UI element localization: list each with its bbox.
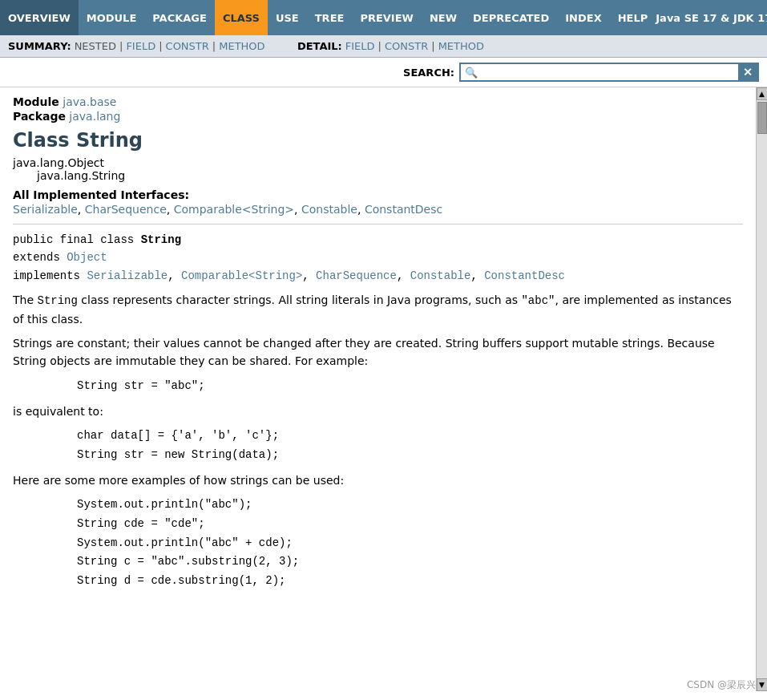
detail-field-link[interactable]: FIELD [345, 40, 375, 52]
search-label: SEARCH: [403, 67, 454, 79]
scroll-up-arrow[interactable]: ▲ [757, 87, 768, 100]
is-equivalent: is equivalent to: [13, 403, 743, 420]
summary-label: SUMMARY: [8, 40, 71, 52]
nav-link-module[interactable]: MODULE [79, 0, 145, 35]
search-bar: SEARCH: 🔍 ✕ [0, 58, 767, 87]
search-input-wrapper: 🔍 ✕ [459, 63, 759, 82]
nav-link-tree[interactable]: TREE [307, 0, 353, 35]
nav-link-help[interactable]: HELP [610, 0, 656, 35]
detail-method-link[interactable]: METHOD [438, 40, 484, 52]
class-title: Class String [13, 129, 743, 152]
decl-extends: extends [13, 251, 67, 264]
interface-link-0[interactable]: Serializable [13, 203, 78, 216]
detail-constr-link[interactable]: CONSTR [385, 40, 428, 52]
search-input[interactable] [482, 65, 738, 80]
description-3: Here are some more examples of how strin… [13, 471, 743, 489]
module-link[interactable]: java.base [63, 95, 116, 108]
interfaces-list: Serializable, CharSequence, Comparable<S… [13, 203, 743, 216]
module-label: Module [13, 95, 59, 108]
class-declaration: public final class String extends Object… [13, 231, 743, 285]
inheritance-tree: java.lang.Object java.lang.String [13, 156, 743, 182]
code-example-1: String str = "abc"; [77, 377, 743, 396]
summary-nested: NESTED [75, 40, 116, 52]
summary-method-link[interactable]: METHOD [219, 40, 264, 52]
code-example-3: System.out.println("abc"); String cde = … [77, 496, 743, 591]
interface-link-1[interactable]: CharSequence [85, 203, 167, 216]
decl-implements: implements [13, 269, 87, 282]
decl-extends-link[interactable]: Object [67, 251, 107, 264]
top-nav: OVERVIEWMODULEPACKAGECLASSUSETREEPREVIEW… [0, 0, 767, 35]
code-example-2: char data[] = {'a', 'b', 'c'}; String st… [77, 427, 743, 465]
implements-list: Serializable, Comparable<String>, CharSe… [87, 269, 565, 282]
scroll-down-arrow[interactable]: ▼ [757, 678, 768, 691]
interface-link-3[interactable]: Constable [301, 203, 357, 216]
content-wrapper: Module java.base Package java.lang Class… [0, 87, 767, 691]
inheritance-root: java.lang.Object [13, 156, 743, 169]
nav-link-preview[interactable]: PREVIEW [352, 0, 422, 35]
nav-link-class[interactable]: CLASS [215, 0, 268, 35]
inheritance-child: java.lang.String [37, 169, 743, 182]
inheritance-root-link[interactable]: java.lang.Object [13, 156, 104, 169]
module-line: Module java.base [13, 95, 743, 108]
nav-link-package[interactable]: PACKAGE [144, 0, 215, 35]
interface-link-4[interactable]: ConstantDesc [365, 203, 442, 216]
nav-link-deprecated[interactable]: DEPRECATED [465, 0, 557, 35]
impl-link-0[interactable]: Serializable [87, 269, 168, 282]
search-clear-button[interactable]: ✕ [738, 64, 757, 80]
impl-link-4[interactable]: ConstantDesc [484, 269, 565, 282]
watermark: CSDN @梁辰兴 [687, 678, 756, 691]
decl-classname: String [141, 233, 181, 246]
summary-bar: SUMMARY: NESTED | FIELD | CONSTR | METHO… [0, 35, 767, 58]
interfaces-label: All Implemented Interfaces: [13, 188, 743, 201]
main-content: Module java.base Package java.lang Class… [0, 87, 756, 691]
scroll-thumb[interactable] [757, 102, 767, 134]
scrollbar[interactable]: ▲ ▼ [756, 87, 767, 691]
summary-constr-link[interactable]: CONSTR [166, 40, 209, 52]
nav-link-use[interactable]: USE [268, 0, 307, 35]
interface-link-2[interactable]: Comparable<String> [174, 203, 294, 216]
nav-link-new[interactable]: NEW [422, 0, 465, 35]
package-label: Package [13, 110, 66, 123]
top-nav-links: OVERVIEWMODULEPACKAGECLASSUSETREEPREVIEW… [0, 0, 656, 35]
search-icon: 🔍 [461, 65, 482, 80]
nav-link-overview[interactable]: OVERVIEW [0, 0, 79, 35]
description-2: Strings are constant; their values canno… [13, 334, 743, 370]
description-1: The String class represents character st… [13, 291, 743, 328]
impl-link-3[interactable]: Constable [410, 269, 471, 282]
detail-label: DETAIL: [297, 40, 342, 52]
package-line: Package java.lang [13, 110, 743, 123]
decl-public: public final class [13, 233, 141, 246]
summary-field-link[interactable]: FIELD [126, 40, 155, 52]
package-link[interactable]: java.lang [69, 110, 120, 123]
impl-link-1[interactable]: Comparable<String> [181, 269, 302, 282]
nav-link-index[interactable]: INDEX [557, 0, 609, 35]
divider [13, 224, 743, 225]
impl-link-2[interactable]: CharSequence [316, 269, 397, 282]
nav-version: Java SE 17 & JDK 17 [656, 12, 767, 24]
